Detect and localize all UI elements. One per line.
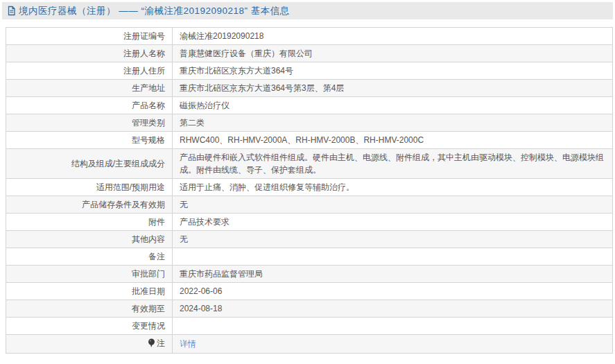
row-label: 其他内容 [6, 231, 173, 248]
table-row-structure-composition: 结构及组成/主要组成成分 产品由硬件和嵌入式软件组件组成。硬件由主机、电源线、附… [6, 149, 613, 179]
row-value: 无 [173, 231, 613, 248]
row-label: 变更情况 [6, 318, 173, 335]
row-value: 重庆市药品监督管理局 [173, 266, 613, 283]
info-table: 注册证编号 渝械注准20192090218 注册人名称 普康慧健医疗设备（重庆）… [6, 27, 613, 354]
row-value: 重庆市北碚区京东方大道364号 [173, 62, 613, 80]
table-row-change-status: 变更情况 [6, 318, 613, 335]
row-value: 渝械注准20192090218 [173, 28, 613, 45]
row-label: 结构及组成/主要组成成分 [6, 149, 173, 179]
table-row-approval-department: 审批部门 重庆市药品监督管理局 [6, 266, 613, 283]
row-value: 磁振热治疗仪 [173, 97, 613, 114]
table-row-note: 注 详情 [6, 335, 613, 354]
row-value: RHWC400、RH-HMV-2000A、RH-HMV-2000B、RH-HMV… [173, 132, 613, 149]
row-value: 无 [173, 196, 613, 214]
row-label: 适用范围/预期用途 [6, 179, 173, 196]
row-label: 注册人名称 [6, 45, 173, 62]
page: 境内医疗器械（注册） —— “渝械注准20192090218” 基本信息 注册证… [0, 2, 615, 364]
table-row-approval-date: 批准日期 2022-06-06 [6, 283, 613, 300]
row-label: 生产地址 [6, 80, 173, 97]
row-label: 型号规格 [6, 132, 173, 149]
row-label: 备注 [6, 248, 173, 266]
row-label: 附件 [6, 214, 173, 231]
table-row-product-name: 产品名称 磁振热治疗仪 [6, 97, 613, 114]
row-label: 注 [6, 335, 173, 354]
table-row-remarks: 备注 [6, 248, 613, 266]
row-label: 产品储存条件及有效期 [6, 196, 173, 214]
table-row-valid-until: 有效期至 2024-08-18 [6, 300, 613, 318]
table-row-registrant-name: 注册人名称 普康慧健医疗设备（重庆）有限公司 [6, 45, 613, 62]
row-value: 第二类 [173, 114, 613, 132]
row-value: 2022-06-06 [173, 283, 613, 300]
row-value: 适用于止痛、消肿、促进组织修复等辅助治疗。 [173, 179, 613, 196]
table-row-attachment: 附件 产品技术要求 [6, 214, 613, 231]
note-label: 注 [157, 338, 165, 348]
table-row-storage-validity: 产品储存条件及有效期 无 [6, 196, 613, 214]
row-value: 重庆市北碚区京东方大道364号第3层、第4层 [173, 80, 613, 97]
note-pin-icon [148, 338, 155, 351]
row-value: 产品技术要求 [173, 214, 613, 231]
row-label: 审批部门 [6, 266, 173, 283]
row-label: 注册人住所 [6, 62, 173, 80]
row-label: 管理类别 [6, 114, 173, 132]
page-title: 境内医疗器械（注册） —— “渝械注准20192090218” 基本信息 [19, 5, 290, 17]
row-value: 产品由硬件和嵌入式软件组件组成。硬件由主机、电源线、附件组成，其中主机由驱动模块… [173, 149, 613, 179]
details-link[interactable]: 详情 [180, 339, 196, 349]
row-label: 注册证编号 [6, 28, 173, 45]
table-row-intended-use: 适用范围/预期用途 适用于止痛、消肿、促进组织修复等辅助治疗。 [6, 179, 613, 196]
row-label: 批准日期 [6, 283, 173, 300]
row-label: 有效期至 [6, 300, 173, 318]
table-row-registrant-address: 注册人住所 重庆市北碚区京东方大道364号 [6, 62, 613, 80]
row-value: 普康慧健医疗设备（重庆）有限公司 [173, 45, 613, 62]
table-row-model-spec: 型号规格 RHWC400、RH-HMV-2000A、RH-HMV-2000B、R… [6, 132, 613, 149]
table-row-registration-number: 注册证编号 渝械注准20192090218 [6, 28, 613, 45]
row-value [173, 318, 613, 335]
page-header: 境内医疗器械（注册） —— “渝械注准20192090218” 基本信息 [2, 2, 613, 19]
row-value: 2024-08-18 [173, 300, 613, 318]
row-value: 详情 [173, 335, 613, 354]
table-row-production-address: 生产地址 重庆市北碚区京东方大道364号第3层、第4层 [6, 80, 613, 97]
document-icon [7, 6, 16, 16]
table-row-management-class: 管理类别 第二类 [6, 114, 613, 132]
table-row-other-content: 其他内容 无 [6, 231, 613, 248]
row-value [173, 248, 613, 266]
row-label: 产品名称 [6, 97, 173, 114]
